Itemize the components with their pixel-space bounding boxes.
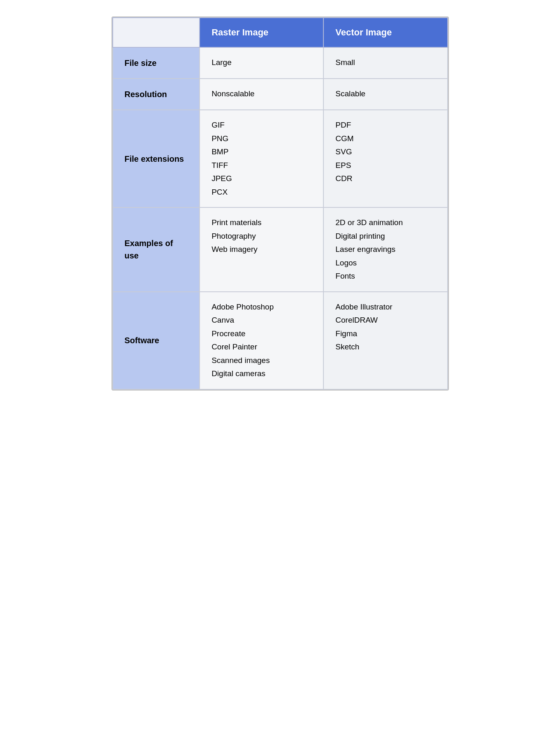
row-raster-cell: GIFPNGBMPTIFFJPEGPCX <box>200 110 323 207</box>
cell-item: Print materials <box>211 217 311 229</box>
cell-item: Laser engravings <box>335 244 435 256</box>
row-vector-cell: Small <box>323 47 447 79</box>
cell-item: Sketch <box>335 341 435 353</box>
cell-item: SVG <box>335 146 435 158</box>
row-vector-cell: Adobe IllustratorCorelDRAWFigmaSketch <box>323 292 447 389</box>
cell-item: CDR <box>335 173 435 185</box>
cell-item: Digital printing <box>335 230 435 242</box>
table-row: ResolutionNonscalableScalable <box>113 79 448 110</box>
row-raster-cell: Print materialsPhotographyWeb imagery <box>200 207 323 292</box>
cell-item: Scanned images <box>211 355 311 367</box>
row-raster-cell: Large <box>200 47 323 79</box>
cell-item: BMP <box>211 146 311 158</box>
cell-item: Digital cameras <box>211 368 311 380</box>
cell-item: Logos <box>335 257 435 269</box>
cell-item: Canva <box>211 314 311 326</box>
cell-item: EPS <box>335 160 435 172</box>
cell-item: GIF <box>211 119 311 131</box>
cell-item: PCX <box>211 186 311 198</box>
cell-item: Procreate <box>211 328 311 340</box>
cell-item: Adobe Photoshop <box>211 301 311 313</box>
row-label-cell: Resolution <box>113 79 200 110</box>
header-raster: Raster Image <box>200 18 323 47</box>
table-row: File extensionsGIFPNGBMPTIFFJPEGPCXPDFCG… <box>113 110 448 207</box>
cell-item: PDF <box>335 119 435 131</box>
header-vector: Vector Image <box>323 18 447 47</box>
cell-item: PNG <box>211 133 311 145</box>
cell-item: Fonts <box>335 270 435 282</box>
row-vector-cell: 2D or 3D animationDigital printingLaser … <box>323 207 447 292</box>
row-label-cell: Software <box>113 292 200 389</box>
cell-item: CGM <box>335 133 435 145</box>
cell-item: 2D or 3D animation <box>335 217 435 229</box>
cell-item: Corel Painter <box>211 341 311 353</box>
row-label-cell: Examples of use <box>113 207 200 292</box>
row-vector-cell: PDFCGMSVGEPSCDR <box>323 110 447 207</box>
header-label-cell <box>113 18 200 47</box>
row-label-cell: File size <box>113 47 200 79</box>
cell-item: TIFF <box>211 160 311 172</box>
row-label-cell: File extensions <box>113 110 200 207</box>
table-row: File sizeLargeSmall <box>113 47 448 79</box>
cell-item: JPEG <box>211 173 311 185</box>
cell-item: Figma <box>335 328 435 340</box>
table-row: SoftwareAdobe PhotoshopCanvaProcreateCor… <box>113 292 448 389</box>
cell-item: Photography <box>211 230 311 242</box>
header-row: Raster Image Vector Image <box>113 18 448 47</box>
row-vector-cell: Scalable <box>323 79 447 110</box>
row-raster-cell: Nonscalable <box>200 79 323 110</box>
row-raster-cell: Adobe PhotoshopCanvaProcreateCorel Paint… <box>200 292 323 389</box>
cell-item: Adobe Illustrator <box>335 301 435 313</box>
cell-item: Web imagery <box>211 244 311 256</box>
table-row: Examples of usePrint materialsPhotograph… <box>113 207 448 292</box>
cell-item: CorelDRAW <box>335 314 435 326</box>
comparison-table: Raster Image Vector Image File sizeLarge… <box>112 16 449 391</box>
